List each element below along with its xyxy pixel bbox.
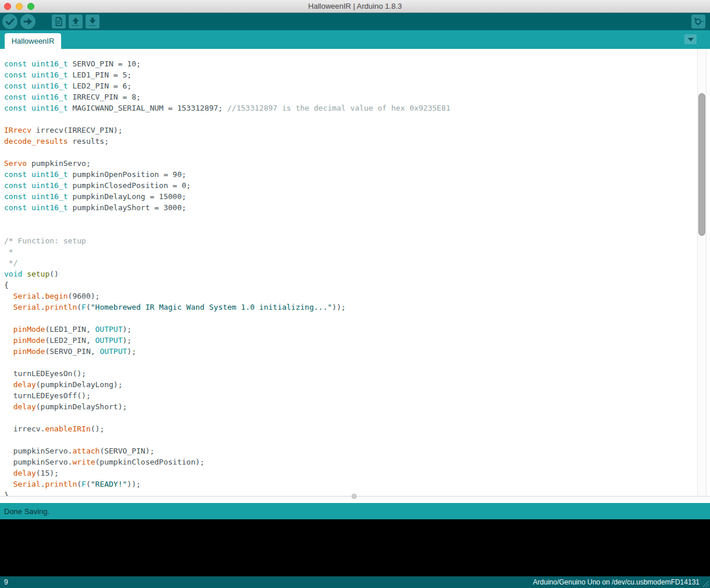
resize-grip-icon[interactable] — [701, 579, 709, 587]
code-line: pinMode(LED2_PIN, OUTPUT); — [4, 335, 710, 346]
editor-console-splitter[interactable] — [0, 496, 710, 503]
code-line: * — [4, 246, 710, 257]
code-line: const uint16_t pumpkinDelayShort = 3000; — [4, 202, 710, 213]
code-line: void setup() — [4, 268, 710, 279]
code-line: const uint16_t pumpkinDelayLong = 15000; — [4, 191, 710, 202]
console-output[interactable] — [0, 519, 710, 576]
code-line: Serial.println(F("READY!")); — [4, 479, 710, 490]
new-sketch-button[interactable] — [52, 15, 66, 29]
code-line: Servo pumpkinServo; — [4, 158, 710, 169]
board-port-label: Arduino/Genuino Uno on /dev/cu.usbmodemF… — [533, 578, 700, 586]
code-line: pumpkinServo.attach(SERVO_PIN); — [4, 445, 710, 456]
code-line: const uint16_t IRRECV_PIN = 8; — [4, 91, 710, 102]
arrow-down-icon — [86, 15, 99, 28]
code-line: const uint16_t LED1_PIN = 5; — [4, 69, 710, 80]
code-line: const uint16_t MAGICWAND_SERIAL_NUM = 15… — [4, 102, 710, 114]
code-line: const uint16_t pumpkinOpenPosition = 90; — [4, 169, 710, 180]
window-title: HalloweenIR | Arduino 1.8.3 — [0, 0, 710, 13]
code-line: pinMode(SERVO_PIN, OUTPUT); — [4, 346, 710, 357]
tab-halloweenir[interactable]: HalloweenIR — [5, 33, 61, 49]
code-line: const uint16_t SERVO_PIN = 10; — [4, 58, 710, 69]
code-line — [4, 224, 710, 235]
chevron-down-icon — [688, 38, 694, 41]
code-line: turnLEDEyesOff(); — [4, 390, 710, 401]
bottombar: 9 Arduino/Genuino Uno on /dev/cu.usbmode… — [0, 576, 710, 588]
splitter-grip-icon[interactable] — [352, 494, 357, 499]
code-line: */ — [4, 257, 710, 268]
tab-list-dropdown-button[interactable] — [684, 34, 697, 44]
code-line — [4, 357, 710, 368]
code-line: pumpkinServo.write(pumpkinClosedPosition… — [4, 456, 710, 467]
toolbar — [0, 13, 710, 30]
code-line — [4, 213, 710, 224]
code-line: const uint16_t pumpkinClosedPosition = 0… — [4, 180, 710, 191]
titlebar: HalloweenIR | Arduino 1.8.3 — [0, 0, 710, 13]
check-icon — [3, 15, 17, 29]
serial-monitor-button[interactable] — [691, 15, 705, 29]
magnifier-icon — [692, 15, 705, 28]
verify-button[interactable] — [2, 14, 17, 29]
tabbar: HalloweenIR — [0, 30, 710, 49]
save-button[interactable] — [86, 15, 100, 29]
code-line: Serial.begin(9600); — [4, 291, 710, 302]
editor-scrollbar[interactable] — [697, 49, 707, 496]
code-line: IRrecv irrecv(IRRECV_PIN); — [4, 125, 710, 136]
arrow-up-icon — [69, 15, 82, 28]
editor-scrollbar-thumb[interactable] — [698, 93, 705, 236]
statusbar: Done Saving. — [0, 503, 710, 519]
code-line: { — [4, 279, 710, 291]
code-editor[interactable]: const uint16_t SERVO_PIN = 10;const uint… — [0, 49, 710, 496]
arrow-right-icon — [21, 15, 35, 29]
code-line: const uint16_t LED2_PIN = 6; — [4, 80, 710, 91]
status-message: Done Saving. — [4, 507, 49, 516]
open-button[interactable] — [69, 15, 83, 29]
code-line: delay(pumpkinDelayLong); — [4, 379, 710, 390]
code-lines: const uint16_t SERVO_PIN = 10;const uint… — [0, 49, 710, 496]
code-line: /* Function: setup — [4, 235, 710, 246]
code-line — [4, 114, 710, 125]
code-line: Serial.println(F("Homebrewed IR Magic Wa… — [4, 302, 710, 313]
code-line: } — [4, 490, 710, 496]
code-line — [4, 313, 710, 324]
arduino-ide-window: HalloweenIR | Arduino 1.8.3 — [0, 0, 710, 588]
code-line: pinMode(LED1_PIN, OUTPUT); — [4, 324, 710, 335]
new-document-icon — [52, 15, 65, 28]
upload-button[interactable] — [20, 14, 36, 29]
code-line — [4, 147, 710, 158]
code-line: irrecv.enableIRIn(); — [4, 423, 710, 434]
code-line: decode_results results; — [4, 136, 710, 147]
tab-label: HalloweenIR — [12, 37, 55, 45]
code-line: turnLEDEyesOn(); — [4, 368, 710, 379]
code-line — [4, 412, 710, 423]
code-line: delay(15); — [4, 467, 710, 479]
code-line: delay(pumpkinDelayShort); — [4, 401, 710, 412]
line-number-indicator: 9 — [4, 578, 8, 586]
code-line — [4, 434, 710, 445]
